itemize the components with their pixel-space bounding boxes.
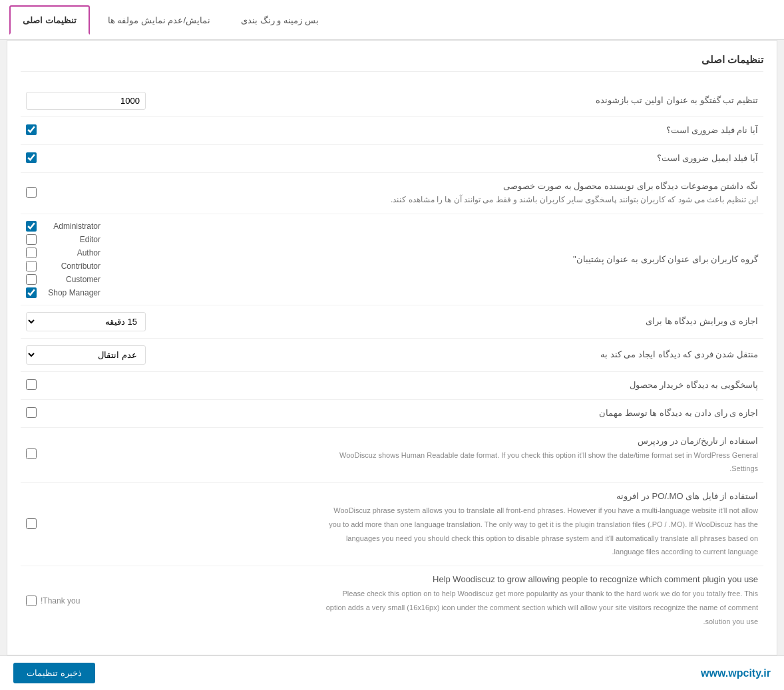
thank-you-checkbox[interactable] — [26, 596, 37, 606]
role-shop-manager-label: Shop Manager — [41, 288, 100, 297]
tabs-bar: تنظیمات اصلی نمایش/عدم نمایش مولفه ها بس… — [0, 0, 784, 40]
role-customer-label: Customer — [41, 275, 100, 284]
role-row-author: Author — [26, 248, 100, 258]
tab-hide[interactable]: نمایش/عدم نمایش مولفه ها — [95, 5, 223, 35]
po-mo-checkbox[interactable] — [26, 518, 37, 529]
role-administrator-checkbox[interactable] — [26, 221, 37, 232]
role-editor-checkbox[interactable] — [26, 234, 37, 245]
table-row: Help Woodiscuz to grow allowing people t… — [21, 566, 763, 635]
role-author-checkbox[interactable] — [26, 248, 37, 258]
section-title: تنظیمات اصلی — [21, 54, 763, 72]
tab-main[interactable]: تنظیمات اصلی — [9, 5, 90, 35]
control-wp-date — [21, 427, 317, 482]
table-row: تنظیم تب گفتگو به عنوان اولین تب بازشوند… — [21, 85, 763, 117]
role-row-administrator: Administrator — [26, 221, 100, 232]
role-row-contributor: Contributor — [26, 261, 100, 271]
first-tab-input[interactable] — [26, 92, 146, 110]
label-po-mo: استفاده از فایل های PO/.MO در افرونه Woo… — [317, 483, 763, 566]
role-row-editor: Editor — [26, 234, 100, 245]
transfer-select[interactable]: عدم انتقال — [26, 345, 146, 365]
table-row: استفاده از فایل های PO/.MO در افرونه Woo… — [21, 483, 763, 566]
private-topics-checkbox[interactable] — [26, 187, 37, 198]
main-content: تنظیمات اصلی تنظیم تب گفتگو به عنوان اول… — [7, 40, 777, 655]
label-transfer: منتقل شدن فردی که دیدگاه ایجاد می کند به — [317, 339, 763, 372]
control-name-required — [21, 117, 317, 145]
control-private-topics — [21, 172, 317, 214]
name-required-checkbox[interactable] — [26, 124, 37, 135]
email-required-checkbox[interactable] — [26, 152, 37, 163]
label-edit-permission: اجازه ی ویرایش دیدگاه ها برای — [317, 305, 763, 339]
control-email-required — [21, 144, 317, 172]
thank-you-label: !Thank you — [41, 596, 80, 605]
control-edit-permission: 15 دقیقه 30 دقیقه 60 دقیقه — [21, 305, 317, 339]
footer-logo: www.wpcity.ir — [701, 667, 771, 679]
control-support-roles: Administrator Editor Author — [21, 214, 317, 305]
control-transfer: عدم انتقال — [21, 339, 317, 372]
role-author-label: Author — [41, 248, 100, 258]
wp-date-checkbox[interactable] — [26, 448, 37, 459]
edit-permission-select[interactable]: 15 دقیقه 30 دقیقه 60 دقیقه — [26, 312, 146, 331]
control-po-mo — [21, 483, 317, 566]
label-wp-date: استفاده از تاریخ/زمان در وردپرس WooDiscu… — [317, 427, 763, 482]
role-contributor-checkbox[interactable] — [26, 261, 37, 271]
label-first-tab: تنظیم تب گفتگو به عنوان اولین تب بازشوند… — [317, 85, 763, 117]
label-thank-you: Help Woodiscuz to grow allowing people t… — [317, 566, 763, 635]
table-row: اجازه ی رای دادن به دیدگاه ها توسط مهمان — [21, 399, 763, 427]
table-row: استفاده از تاریخ/زمان در وردپرس WooDiscu… — [21, 427, 763, 482]
control-first-tab — [21, 85, 317, 117]
control-thank-you: !Thank you — [21, 566, 317, 635]
tab-theme[interactable]: بس زمینه و رنگ بندی — [228, 5, 331, 35]
label-product-reply: پاسخگویی به دیدگاه خریدار محصول — [317, 372, 763, 400]
role-block: Administrator Editor Author — [26, 221, 312, 298]
footer-bar: www.wpcity.ir ذخیره تنظیمات — [0, 655, 784, 690]
table-row: آیا نام فیلد ضروری است؟ — [21, 117, 763, 145]
product-reply-checkbox[interactable] — [26, 379, 37, 390]
role-editor-label: Editor — [41, 235, 100, 244]
table-row: منتقل شدن فردی که دیدگاه ایجاد می کند به… — [21, 339, 763, 372]
table-row: اجازه ی ویرایش دیدگاه ها برای 15 دقیقه 3… — [21, 305, 763, 339]
settings-table: تنظیم تب گفتگو به عنوان اولین تب بازشوند… — [21, 85, 763, 635]
table-row: گروه کاربران برای عنوان کاربری به عنوان … — [21, 214, 763, 305]
role-shop-manager-checkbox[interactable] — [26, 287, 37, 298]
role-administrator-label: Administrator — [41, 222, 100, 231]
label-guest-vote: اجازه ی رای دادن به دیدگاه ها توسط مهمان — [317, 399, 763, 427]
table-row: آیا فیلد ایمیل ضروری است؟ — [21, 144, 763, 172]
guest-vote-checkbox[interactable] — [26, 407, 37, 418]
role-row-shop-manager: Shop Manager — [26, 287, 100, 298]
role-customer-checkbox[interactable] — [26, 274, 37, 285]
label-support-roles: گروه کاربران برای عنوان کاربری به عنوان … — [317, 214, 763, 305]
control-guest-vote — [21, 399, 317, 427]
table-row: پاسخگویی به دیدگاه خریدار محصول — [21, 372, 763, 400]
role-row-customer: Customer — [26, 274, 100, 285]
table-row: نگه داشتن موضوعات دیدگاه برای نویسنده مح… — [21, 172, 763, 214]
label-private-topics: نگه داشتن موضوعات دیدگاه برای نویسنده مح… — [317, 172, 763, 214]
label-name-required: آیا نام فیلد ضروری است؟ — [317, 117, 763, 145]
save-button[interactable]: ذخیره تنظیمات — [13, 663, 95, 683]
control-product-reply — [21, 372, 317, 400]
page-wrapper: تنظیمات اصلی نمایش/عدم نمایش مولفه ها بس… — [0, 0, 784, 690]
label-email-required: آیا فیلد ایمیل ضروری است؟ — [317, 144, 763, 172]
role-contributor-label: Contributor — [41, 261, 100, 271]
